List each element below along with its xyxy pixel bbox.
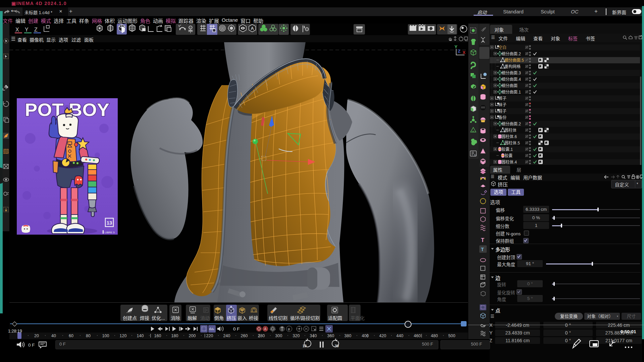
svg-text:420: 420 bbox=[379, 334, 386, 338]
svg-text:Z: Z bbox=[34, 27, 38, 33]
svg-text:240: 240 bbox=[223, 334, 230, 338]
svg-text:鞋子: 鞋子 bbox=[498, 109, 506, 114]
svg-text:0 F: 0 F bbox=[233, 326, 240, 331]
svg-text:X: X bbox=[15, 27, 19, 33]
svg-text:380: 380 bbox=[344, 334, 352, 338]
svg-text:圆柱体.6: 圆柱体.6 bbox=[501, 134, 517, 139]
svg-text:裤子: 裤子 bbox=[498, 96, 506, 101]
svg-text:细分曲面: 细分曲面 bbox=[501, 83, 518, 88]
svg-text:160: 160 bbox=[154, 334, 161, 338]
svg-text:440: 440 bbox=[396, 334, 404, 338]
svg-text:细分曲面.5: 细分曲面.5 bbox=[504, 58, 524, 63]
svg-text:13: 13 bbox=[107, 220, 112, 226]
svg-text:360: 360 bbox=[327, 334, 334, 338]
svg-text:细分曲面.2: 细分曲面.2 bbox=[501, 122, 521, 126]
svg-text:400: 400 bbox=[362, 334, 369, 338]
svg-text:30: 30 bbox=[335, 344, 339, 348]
svg-text:胶囊: 胶囊 bbox=[504, 153, 513, 158]
svg-text:A: A bbox=[251, 26, 254, 31]
svg-text:A: A bbox=[472, 130, 474, 133]
svg-text:300: 300 bbox=[275, 334, 282, 338]
svg-text:LIBRE 5: LIBRE 5 bbox=[105, 231, 115, 234]
svg-text:Y: Y bbox=[454, 44, 458, 49]
svg-text:260: 260 bbox=[241, 334, 248, 338]
svg-text:320: 320 bbox=[293, 334, 300, 338]
svg-text:10: 10 bbox=[303, 344, 307, 348]
svg-text:圆柱体.5: 圆柱体.5 bbox=[504, 140, 520, 145]
svg-text:40: 40 bbox=[51, 334, 56, 338]
svg-text:280: 280 bbox=[258, 334, 265, 338]
svg-text:500: 500 bbox=[448, 334, 455, 338]
svg-text:180: 180 bbox=[171, 334, 178, 338]
svg-text:120: 120 bbox=[120, 334, 127, 338]
svg-text:Z: Z bbox=[458, 49, 461, 54]
svg-text:T: T bbox=[481, 237, 484, 243]
svg-text:A: A bbox=[264, 327, 267, 331]
svg-text:20: 20 bbox=[34, 334, 39, 338]
svg-text:220: 220 bbox=[206, 334, 213, 338]
svg-text:袜子: 袜子 bbox=[498, 103, 506, 107]
svg-text:空白: 空白 bbox=[498, 45, 506, 50]
svg-text:胶囊.1: 胶囊.1 bbox=[501, 147, 513, 152]
svg-text:圆柱体: 圆柱体 bbox=[504, 128, 517, 133]
svg-text:备份: 备份 bbox=[498, 115, 506, 120]
svg-text:60: 60 bbox=[69, 334, 73, 338]
svg-text:51: 51 bbox=[474, 154, 477, 156]
svg-text:圆柱体.4: 圆柱体.4 bbox=[501, 160, 517, 165]
svg-text:0 F: 0 F bbox=[28, 343, 35, 348]
svg-text:Y: Y bbox=[25, 27, 29, 33]
svg-text:重构网格: 重构网格 bbox=[504, 64, 521, 69]
svg-text:细分曲面.1: 细分曲面.1 bbox=[501, 90, 521, 95]
svg-text:X: X bbox=[463, 50, 466, 55]
svg-text:100: 100 bbox=[102, 334, 109, 338]
svg-text:T: T bbox=[481, 247, 484, 252]
svg-text:φ: φ bbox=[288, 327, 290, 331]
svg-text:480: 480 bbox=[431, 334, 438, 338]
svg-text:细分曲面.3: 细分曲面.3 bbox=[501, 71, 521, 75]
svg-text:80: 80 bbox=[86, 334, 91, 338]
svg-text:细分曲面.4: 细分曲面.4 bbox=[501, 77, 521, 82]
svg-text:细分曲面.2: 细分曲面.2 bbox=[501, 52, 521, 56]
svg-text:200: 200 bbox=[189, 334, 196, 338]
svg-text:140: 140 bbox=[137, 334, 144, 338]
svg-text:460: 460 bbox=[414, 334, 421, 338]
